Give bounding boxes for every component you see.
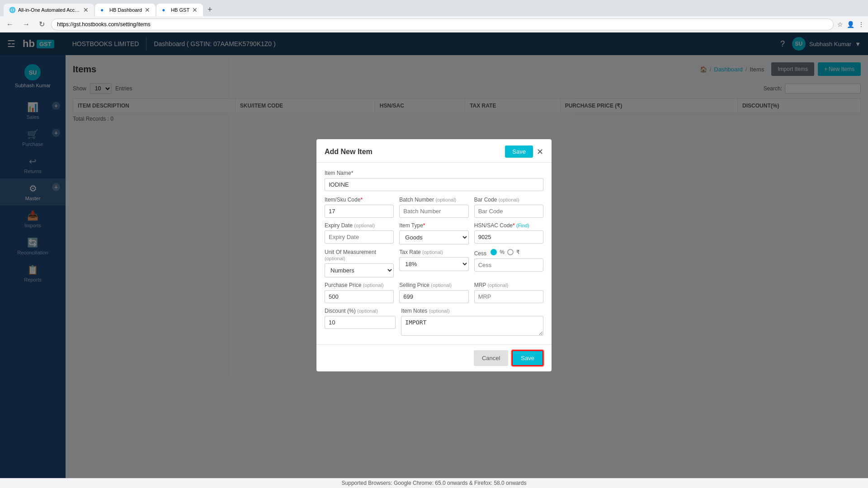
- cess-col: Cess % ₹: [474, 249, 543, 277]
- item-type-select[interactable]: Goods Services: [399, 230, 468, 244]
- expiry-col: Expiry Date (optional): [325, 222, 394, 244]
- status-browsers: Google Chrome: 65.0 onwards & Firefox: 5…: [394, 480, 526, 486]
- uom-label: Unit Of Measurement (optional): [325, 249, 394, 262]
- batch-col: Batch Number (optional): [399, 197, 468, 218]
- mrp-col: MRP (optional): [474, 282, 543, 303]
- selling-price-label: Selling Price (optional): [399, 282, 468, 288]
- uom-select[interactable]: Numbers Kilograms Liters: [325, 263, 394, 277]
- reload-button[interactable]: ↻: [36, 19, 47, 29]
- cancel-button[interactable]: Cancel: [474, 350, 508, 366]
- tab-1-title: All-in-One Automated Accoun...: [18, 7, 80, 13]
- address-bar[interactable]: [51, 19, 834, 30]
- tab-2-close[interactable]: ✕: [145, 7, 150, 13]
- cess-rupee-radio-empty: [507, 249, 514, 255]
- purchase-price-label: Purchase Price (optional): [325, 282, 394, 288]
- sku-label: Item/Sku Code*: [325, 197, 394, 203]
- tab-1-close[interactable]: ✕: [83, 7, 89, 13]
- modal-header-actions: Save ✕: [505, 145, 543, 158]
- uom-taxrate-cess-row: Unit Of Measurement (optional) Numbers K…: [325, 249, 543, 277]
- status-bar: Supported Browsers: Google Chrome: 65.0 …: [0, 478, 868, 488]
- purchase-price-col: Purchase Price (optional): [325, 282, 394, 303]
- mrp-label: MRP (optional): [474, 282, 543, 288]
- bookmark-button[interactable]: ☆: [837, 21, 843, 28]
- cess-input[interactable]: [474, 258, 543, 272]
- expiry-input[interactable]: [325, 230, 394, 244]
- save-button[interactable]: Save: [512, 350, 543, 366]
- status-text: Supported Browsers:: [342, 480, 392, 486]
- hsn-input[interactable]: [474, 230, 543, 244]
- item-name-label: Item Name*: [325, 170, 543, 176]
- tab-3-title: HB GST: [171, 7, 189, 13]
- tab-1-favicon: 🌐: [9, 7, 15, 13]
- taxrate-select[interactable]: 0% 5% 12% 18% 28%: [399, 257, 468, 271]
- barcode-label: Bar Code (optional): [474, 197, 543, 203]
- uom-col: Unit Of Measurement (optional) Numbers K…: [325, 249, 394, 277]
- selling-price-input[interactable]: [399, 290, 468, 303]
- modal-footer: Cancel Save: [316, 344, 552, 371]
- tab-2-title: HB Dashboard: [109, 7, 142, 13]
- expiry-label: Expiry Date (optional): [325, 222, 394, 229]
- item-name-input[interactable]: [325, 178, 543, 191]
- tab-2[interactable]: ● HB Dashboard ✕: [95, 4, 156, 16]
- batch-label: Batch Number (optional): [399, 197, 468, 203]
- account-button[interactable]: 👤: [847, 21, 854, 28]
- add-new-item-modal: Add New Item Save ✕ Item Name* Item/Sku …: [316, 139, 552, 371]
- mrp-input[interactable]: [474, 290, 543, 303]
- sku-col: Item/Sku Code*: [325, 197, 394, 218]
- taxrate-col: Tax Rate (optional) 0% 5% 12% 18% 28%: [399, 249, 468, 277]
- sku-batch-barcode-row: Item/Sku Code* Batch Number (optional) B…: [325, 197, 543, 218]
- discount-notes-row: Discount (%) (optional) Item Notes (opti…: [325, 308, 543, 337]
- tab-1[interactable]: 🌐 All-in-One Automated Accoun... ✕: [4, 4, 94, 16]
- selling-price-col: Selling Price (optional): [399, 282, 468, 303]
- menu-button[interactable]: ⋮: [858, 21, 864, 28]
- discount-label: Discount (%) (optional): [325, 308, 396, 314]
- modal-save-top-button[interactable]: Save: [505, 145, 533, 158]
- cess-rupee-label: ₹: [516, 249, 520, 255]
- cess-percent-radio-filled: [491, 249, 497, 255]
- modal-header: Add New Item Save ✕: [316, 139, 552, 163]
- modal-title: Add New Item: [325, 148, 373, 156]
- tab-2-favicon: ●: [100, 7, 107, 13]
- modal-overlay: Add New Item Save ✕ Item Name* Item/Sku …: [0, 33, 868, 478]
- tab-3-close[interactable]: ✕: [192, 7, 198, 13]
- expiry-itemtype-hsn-row: Expiry Date (optional) Item Type* Goods …: [325, 222, 543, 244]
- cess-label: Cess % ₹: [474, 249, 543, 257]
- forward-button[interactable]: →: [20, 19, 33, 29]
- modal-body: Item Name* Item/Sku Code* Batch Number (…: [316, 163, 552, 344]
- item-notes-col: Item Notes (optional) IMPORT: [401, 308, 543, 337]
- hsn-label: HSN/SAC Code* (Find): [474, 222, 543, 229]
- discount-col: Discount (%) (optional): [325, 308, 396, 337]
- discount-input[interactable]: [325, 316, 396, 329]
- item-type-label: Item Type*: [399, 222, 468, 229]
- hsn-col: HSN/SAC Code* (Find): [474, 222, 543, 244]
- item-type-col: Item Type* Goods Services: [399, 222, 468, 244]
- price-row: Purchase Price (optional) Selling Price …: [325, 282, 543, 303]
- batch-input[interactable]: [399, 205, 468, 218]
- barcode-col: Bar Code (optional): [474, 197, 543, 218]
- taxrate-label: Tax Rate (optional): [399, 249, 468, 255]
- hsn-find-link[interactable]: (Find): [516, 223, 529, 228]
- item-notes-label: Item Notes (optional): [401, 308, 543, 314]
- modal-close-button[interactable]: ✕: [537, 147, 543, 157]
- item-notes-textarea[interactable]: IMPORT: [401, 316, 543, 336]
- purchase-price-input[interactable]: [325, 290, 394, 303]
- tab-3-favicon: ●: [162, 7, 168, 13]
- new-tab-button[interactable]: +: [204, 3, 216, 16]
- back-button[interactable]: ←: [4, 19, 16, 29]
- sku-input[interactable]: [325, 205, 394, 218]
- tab-3[interactable]: ● HB GST ✕: [156, 4, 203, 16]
- barcode-input[interactable]: [474, 205, 543, 218]
- item-name-group: Item Name*: [325, 170, 543, 191]
- cess-percent-label: %: [500, 249, 505, 255]
